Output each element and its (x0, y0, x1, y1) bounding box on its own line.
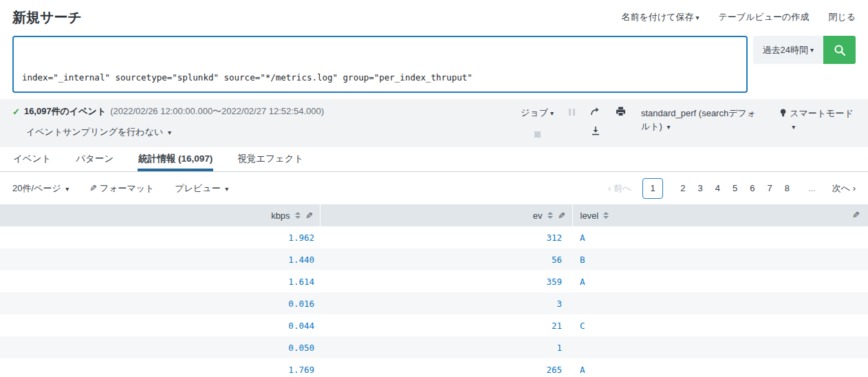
event-time-range: (2022/02/26 12:00:00.000〜2022/02/27 12:5… (110, 105, 324, 118)
table-row: 1.962312A (0, 226, 868, 248)
lightbulb-icon (780, 108, 786, 118)
column-header-ev[interactable]: ev✎ (320, 204, 572, 226)
preview-dropdown[interactable]: プレビュー ▾ (175, 182, 228, 195)
table-cell[interactable]: 0.016 (0, 292, 320, 314)
create-table-view-button[interactable]: テーブルビューの作成 (719, 11, 810, 23)
table-cell[interactable] (572, 336, 868, 358)
page-button[interactable]: 5 (726, 183, 744, 193)
chevron-right-icon: › (853, 183, 856, 193)
table-header-row: kbps✎ ev✎ level ✎ (0, 204, 868, 226)
page-button[interactable]: 2 (674, 183, 691, 193)
chevron-down-icon: ▾ (792, 123, 795, 131)
page-button[interactable]: 6 (744, 183, 761, 193)
event-sampling-dropdown[interactable]: イベントサンプリングを行わない ▾ (26, 126, 324, 138)
table-cell[interactable]: 56 (320, 248, 572, 270)
chevron-down-icon: ▾ (550, 109, 554, 117)
table-cell[interactable]: 1.614 (0, 270, 320, 292)
chevron-down-icon: ▾ (225, 185, 228, 193)
chevron-down-icon: ▾ (65, 185, 69, 193)
table-row: 0.04421C (0, 314, 868, 336)
search-icon (834, 44, 846, 56)
page-button[interactable]: 4 (709, 183, 726, 193)
page-button[interactable]: 8 (779, 183, 796, 193)
next-page-button[interactable]: 次へ › (832, 182, 856, 195)
table-cell[interactable] (572, 292, 868, 314)
pencil-icon: ✎ (89, 183, 97, 193)
top-actions: 名前を付けて保存▾ テーブルビューの作成 閉じる (622, 11, 856, 23)
table-cell[interactable]: 1.440 (0, 248, 320, 270)
search-row: index="_internal" sourcetype="splunkd" s… (0, 33, 868, 93)
print-icon[interactable] (616, 107, 626, 116)
page-button-current[interactable]: 1 (642, 178, 663, 199)
table-row: 0.0163 (0, 292, 868, 314)
table-cell[interactable]: A (572, 226, 868, 248)
page-title: 新規サーチ (12, 8, 82, 27)
table-cell[interactable]: 312 (320, 226, 572, 248)
sort-icon[interactable] (603, 212, 609, 219)
results-tabs: イベント パターン 統計情報 (16,097) 視覚エフェクト (0, 147, 868, 172)
tab-patterns[interactable]: パターン (75, 147, 114, 171)
stop-icon[interactable] (534, 131, 541, 138)
splunk-search-page: 新規サーチ 名前を付けて保存▾ テーブルビューの作成 閉じる index="_i… (0, 0, 868, 377)
pagination-ellipsis: ... (804, 183, 820, 193)
chevron-down-icon: ▾ (667, 123, 671, 131)
top-bar: 新規サーチ 名前を付けて保存▾ テーブルビューの作成 閉じる (0, 0, 868, 33)
results-toolbar: 20件/ページ ▾ ✎ フォーマット プレビュー ▾ ‹ 前へ 1 234567… (0, 172, 868, 204)
search-mode-app-context[interactable]: standard_perf (searchデフォルト) ▾ (641, 107, 765, 133)
event-count: 16,097件のイベント (24, 105, 106, 118)
page-button[interactable]: 3 (691, 183, 708, 193)
chevron-down-icon: ▾ (810, 46, 814, 54)
page-button[interactable]: 7 (761, 183, 778, 193)
tab-statistics[interactable]: 統計情報 (16,097) (138, 147, 213, 171)
query-line-1: index="_internal" sourcetype="splunkd" s… (22, 71, 738, 85)
status-left: ✓ 16,097件のイベント (2022/02/26 12:00:00.000〜… (12, 105, 324, 147)
column-header-level[interactable]: level ✎ (572, 204, 868, 226)
check-icon: ✓ (12, 107, 20, 117)
status-right: ジョブ▾ standard_perf (searchデフォルト) ▾ スマートモ… (521, 105, 856, 147)
table-cell[interactable]: 1.962 (0, 226, 320, 248)
job-menu[interactable]: ジョブ▾ (521, 107, 554, 119)
download-icon[interactable] (591, 126, 600, 136)
chevron-down-icon: ▾ (696, 14, 699, 21)
table-cell[interactable]: A (572, 270, 868, 292)
pencil-icon[interactable]: ✎ (558, 211, 565, 221)
table-cell[interactable]: C (572, 314, 868, 336)
table-row: 1.614359A (0, 270, 868, 292)
table-cell[interactable]: 0.050 (0, 336, 320, 358)
table-row: 1.769265A (0, 358, 868, 377)
table-cell[interactable]: 3 (320, 292, 572, 314)
format-button[interactable]: ✎ フォーマット (89, 182, 154, 195)
chevron-down-icon: ▾ (168, 129, 171, 136)
job-status-bar: ✓ 16,097件のイベント (2022/02/26 12:00:00.000〜… (0, 99, 868, 147)
table-cell[interactable]: 1.769 (0, 358, 320, 377)
prev-page-button[interactable]: ‹ 前へ (608, 182, 631, 195)
sort-icon[interactable] (547, 212, 553, 219)
per-page-dropdown[interactable]: 20件/ページ ▾ (12, 182, 69, 195)
close-button[interactable]: 閉じる (828, 11, 856, 23)
table-cell[interactable]: A (572, 358, 868, 377)
table-cell[interactable]: B (572, 248, 868, 270)
column-header-kbps[interactable]: kbps✎ (0, 204, 320, 226)
table-row: 1.44056B (0, 248, 868, 270)
statistics-table: kbps✎ ev✎ level ✎ 1.962312A1.44056B1.614… (0, 204, 868, 377)
smart-mode-dropdown[interactable]: スマートモード ▾ (780, 107, 856, 133)
save-as-button[interactable]: 名前を付けて保存▾ (622, 11, 699, 23)
tab-events[interactable]: イベント (12, 147, 52, 171)
table-cell[interactable]: 21 (320, 314, 572, 336)
table-cell[interactable]: 0.044 (0, 314, 320, 336)
table-cell[interactable]: 359 (320, 270, 572, 292)
search-query-input[interactable]: index="_internal" sourcetype="splunkd" s… (12, 36, 748, 93)
chevron-left-icon: ‹ (608, 183, 611, 193)
search-submit-button[interactable] (823, 36, 856, 64)
share-icon[interactable] (590, 107, 600, 116)
time-range-picker[interactable]: 過去24時間▾ (753, 36, 824, 64)
table-cell[interactable]: 265 (320, 358, 572, 377)
table-row: 0.0501 (0, 336, 868, 358)
table-cell[interactable]: 1 (320, 336, 572, 358)
pencil-icon[interactable]: ✎ (852, 210, 860, 220)
pencil-icon[interactable]: ✎ (305, 211, 313, 221)
sort-icon[interactable] (295, 212, 301, 219)
pagination: ‹ 前へ 1 2345678 ... 次へ › (608, 178, 856, 199)
tab-visualization[interactable]: 視覚エフェクト (237, 147, 304, 171)
pause-icon[interactable] (569, 107, 575, 116)
